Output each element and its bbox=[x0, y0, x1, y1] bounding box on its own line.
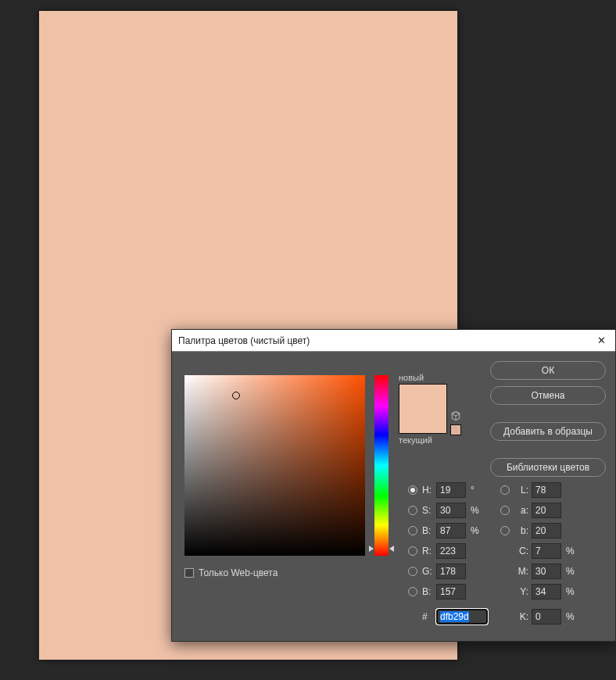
label-b-rgb: B: bbox=[422, 586, 436, 597]
label-m: M: bbox=[514, 566, 528, 577]
input-a[interactable] bbox=[532, 503, 561, 518]
label-y: Y: bbox=[514, 586, 528, 597]
color-values-grid: H: ° L: S: % bbox=[408, 480, 603, 627]
close-icon[interactable]: ✕ bbox=[594, 335, 609, 346]
radio-l[interactable] bbox=[500, 485, 510, 495]
new-color-label: новый bbox=[399, 373, 474, 382]
cancel-button[interactable]: Отмена bbox=[490, 386, 606, 405]
unit-m: % bbox=[566, 566, 575, 577]
input-y[interactable] bbox=[532, 584, 561, 599]
current-color-label: текущий bbox=[399, 435, 474, 445]
radio-h[interactable] bbox=[408, 485, 417, 495]
hue-handle-right-icon[interactable] bbox=[389, 546, 394, 552]
unit-k: % bbox=[566, 611, 575, 622]
current-color-swatch[interactable] bbox=[399, 409, 446, 433]
label-k: K: bbox=[514, 611, 528, 622]
dialog-title: Палитра цветов (чистый цвет) bbox=[178, 335, 310, 346]
label-a: a: bbox=[514, 505, 528, 516]
hue-slider[interactable] bbox=[374, 375, 389, 556]
label-b-lab: b: bbox=[514, 525, 528, 536]
radio-a[interactable] bbox=[500, 506, 510, 515]
label-g: G: bbox=[422, 566, 436, 577]
radio-r[interactable] bbox=[408, 546, 417, 556]
web-colors-only-label: Только Web-цвета bbox=[199, 567, 278, 578]
input-m[interactable] bbox=[532, 564, 561, 579]
saturation-brightness-field[interactable] bbox=[184, 375, 365, 556]
web-colors-only-checkbox[interactable] bbox=[184, 568, 194, 578]
input-h[interactable] bbox=[436, 482, 466, 498]
label-b-hsb: B: bbox=[422, 525, 436, 536]
label-s: S: bbox=[422, 505, 436, 516]
label-c: C: bbox=[514, 546, 528, 557]
hue-handle-left-icon[interactable] bbox=[369, 546, 374, 552]
web-colors-only-row: Только Web-цвета bbox=[184, 567, 278, 578]
color-libraries-button[interactable]: Библиотеки цветов bbox=[490, 458, 606, 477]
input-l[interactable] bbox=[532, 482, 561, 498]
unit-b-hsb: % bbox=[471, 525, 480, 536]
radio-b-rgb[interactable] bbox=[408, 587, 417, 596]
input-k[interactable] bbox=[532, 609, 561, 625]
color-swatch-box bbox=[399, 384, 447, 434]
dialog-body: новый текущий ОК Отмена Добавить в образ… bbox=[172, 352, 615, 641]
color-picker-dialog: Палитра цветов (чистый цвет) ✕ новый тек… bbox=[171, 329, 616, 642]
radio-g[interactable] bbox=[408, 567, 417, 576]
input-s[interactable] bbox=[436, 503, 466, 518]
label-hex: # bbox=[422, 611, 436, 622]
radio-s[interactable] bbox=[408, 506, 417, 515]
input-b-lab[interactable] bbox=[532, 523, 561, 539]
unit-s: % bbox=[471, 505, 480, 516]
input-r[interactable] bbox=[436, 543, 466, 559]
input-b-hsb[interactable] bbox=[436, 523, 466, 539]
radio-b-hsb[interactable] bbox=[408, 526, 417, 535]
input-g[interactable] bbox=[436, 564, 466, 579]
new-color-swatch[interactable] bbox=[399, 385, 446, 409]
unit-h: ° bbox=[471, 485, 480, 496]
input-c[interactable] bbox=[532, 543, 561, 559]
unit-y: % bbox=[566, 586, 575, 597]
radio-b-lab[interactable] bbox=[500, 526, 510, 535]
warning-icons bbox=[450, 410, 461, 435]
out-of-gamut-icon[interactable] bbox=[450, 410, 461, 421]
websafe-swatch-icon[interactable] bbox=[450, 424, 461, 435]
label-l: L: bbox=[514, 485, 528, 496]
input-b-rgb[interactable] bbox=[436, 584, 466, 599]
unit-c: % bbox=[566, 546, 575, 557]
dialog-buttons: ОК Отмена Добавить в образцы Библиотеки … bbox=[490, 361, 606, 477]
dialog-titlebar[interactable]: Палитра цветов (чистый цвет) ✕ bbox=[172, 330, 615, 352]
add-to-swatches-button[interactable]: Добавить в образцы bbox=[490, 422, 606, 441]
picker-cursor-icon[interactable] bbox=[232, 392, 240, 399]
label-r: R: bbox=[422, 546, 436, 557]
color-swatch-group: новый текущий bbox=[399, 373, 474, 445]
ok-button[interactable]: ОК bbox=[490, 361, 606, 380]
label-h: H: bbox=[422, 485, 436, 496]
input-hex[interactable] bbox=[436, 609, 488, 625]
